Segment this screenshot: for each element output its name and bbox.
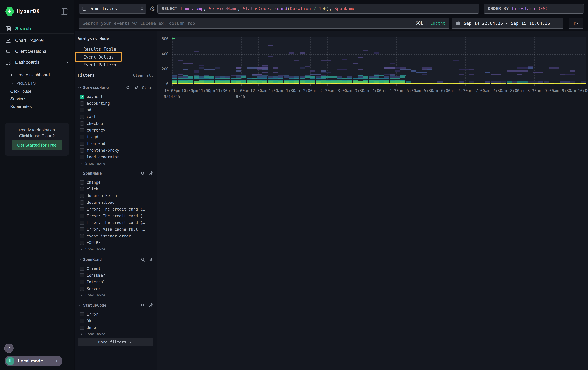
checkbox-unchecked[interactable]: [80, 141, 84, 146]
pin-icon[interactable]: [149, 303, 153, 308]
filter-show-more-link[interactable]: Show more: [80, 161, 105, 166]
user-mode-pill[interactable]: U Local mode: [4, 356, 63, 366]
filter-checkbox-item[interactable]: change: [80, 180, 101, 185]
checkbox-unchecked[interactable]: [80, 135, 84, 139]
sidebar-preset-services[interactable]: Services: [10, 96, 26, 102]
filter-checkbox-item[interactable]: accounting: [80, 101, 110, 106]
filter-group-header-spanname[interactable]: SpanName: [78, 171, 102, 176]
checkbox-unchecked[interactable]: [80, 187, 84, 191]
pin-icon[interactable]: [149, 257, 153, 262]
checkbox-unchecked[interactable]: [80, 214, 84, 218]
search-icon[interactable]: [141, 303, 145, 308]
run-query-button[interactable]: ▷: [569, 18, 584, 29]
checkbox-unchecked[interactable]: [80, 287, 84, 291]
filter-group-header-statuscode[interactable]: StatusCode: [78, 303, 106, 308]
filter-checkbox-item[interactable]: Client: [80, 266, 101, 271]
filter-checkbox-item[interactable]: ad: [80, 107, 91, 113]
checkbox-unchecked[interactable]: [80, 155, 84, 159]
time-range-picker[interactable]: Sep 14 22:04:35 - Sep 15 10:04:35: [452, 18, 563, 29]
sidebar-presets-toggle[interactable]: PRESETS: [11, 80, 36, 86]
checkbox-unchecked[interactable]: [80, 121, 84, 126]
pin-icon[interactable]: [134, 85, 138, 90]
search-icon[interactable]: [126, 85, 130, 90]
filter-group-header-servicename[interactable]: ServiceName: [78, 85, 109, 90]
filter-checkbox-item[interactable]: checkout: [80, 121, 105, 126]
filter-checkbox-item[interactable]: Error: [80, 312, 98, 317]
checkbox-unchecked[interactable]: [80, 148, 84, 152]
filter-checkbox-item[interactable]: Ok: [80, 318, 91, 324]
filter-load-more-link[interactable]: Load more: [80, 332, 105, 337]
mode-sql[interactable]: SQL: [416, 21, 423, 26]
sidebar-item-client-sessions[interactable]: Client Sessions: [0, 46, 74, 57]
query-language-toggle[interactable]: SQL | Lucene: [416, 21, 445, 26]
sql-select-editor[interactable]: SELECT Timestamp, ServiceName, StatusCod…: [158, 4, 479, 13]
clear-filter-link[interactable]: Clear: [142, 86, 153, 90]
filter-checkbox-item[interactable]: Error: The credit card (…: [80, 207, 145, 212]
sidebar-item-dashboards[interactable]: Dashboards: [0, 57, 74, 67]
get-started-button[interactable]: Get Started for Free: [11, 140, 62, 150]
filter-checkbox-item[interactable]: Server: [80, 286, 101, 291]
sidebar-preset-kubernetes[interactable]: Kubernetes: [10, 104, 32, 110]
analysis-option-event-deltas[interactable]: Event Deltas: [84, 55, 114, 60]
checkbox-unchecked[interactable]: [80, 267, 84, 271]
checkbox-unchecked[interactable]: [80, 273, 84, 278]
sidebar-preset-clickhouse[interactable]: ClickHouse: [10, 88, 32, 94]
checkbox-unchecked[interactable]: [80, 128, 84, 132]
checkbox-unchecked[interactable]: [80, 241, 84, 245]
checkbox-unchecked[interactable]: [80, 180, 84, 185]
events-heatmap-plot[interactable]: [172, 38, 586, 84]
search-input[interactable]: [83, 21, 416, 26]
checkbox-unchecked[interactable]: [80, 280, 84, 284]
sidebar-item-search[interactable]: Search: [0, 23, 74, 34]
filter-checkbox-item[interactable]: eventListener.error: [80, 233, 131, 239]
filter-checkbox-item[interactable]: load-generator: [80, 154, 119, 160]
filter-checkbox-item[interactable]: Error: The credit card (…: [80, 220, 145, 225]
search-icon[interactable]: [141, 171, 145, 176]
analysis-option-results-table[interactable]: Results Table: [84, 47, 116, 52]
checkbox-unchecked[interactable]: [80, 326, 84, 330]
checkbox-unchecked[interactable]: [80, 220, 84, 225]
filter-load-more-link[interactable]: Load more: [80, 293, 105, 298]
checkbox-unchecked[interactable]: [80, 194, 84, 198]
filter-checkbox-item[interactable]: documentFetch: [80, 193, 117, 199]
pin-icon[interactable]: [149, 171, 153, 176]
filter-checkbox-item[interactable]: frontend-proxy: [80, 148, 119, 153]
checkbox-unchecked[interactable]: [80, 227, 84, 231]
filter-checkbox-item[interactable]: Error: The credit card (…: [80, 213, 145, 219]
checkbox-unchecked[interactable]: [80, 108, 84, 112]
more-filters-button[interactable]: More filters: [78, 338, 153, 346]
filter-show-more-link[interactable]: Show more: [80, 247, 105, 252]
filter-checkbox-item[interactable]: cart: [80, 114, 96, 120]
source-select[interactable]: Demo Traces: [79, 4, 146, 13]
checkbox-unchecked[interactable]: [80, 234, 84, 238]
filter-checkbox-item[interactable]: documentLoad: [80, 200, 115, 205]
checkbox-unchecked[interactable]: [80, 312, 84, 316]
sidebar-collapse-button[interactable]: [61, 8, 68, 15]
analysis-option-event-patterns[interactable]: Event Patterns: [84, 62, 119, 67]
filter-checkbox-item[interactable]: payment: [80, 94, 103, 100]
filter-checkbox-item[interactable]: currency: [80, 128, 105, 133]
mode-lucene[interactable]: Lucene: [430, 21, 445, 26]
filter-checkbox-item[interactable]: EXPIRE: [80, 240, 101, 245]
sidebar-item-create-dashboard[interactable]: +Create Dashboard: [10, 72, 50, 78]
checkbox-checked[interactable]: [80, 95, 84, 99]
checkbox-unchecked[interactable]: [80, 207, 84, 211]
checkbox-unchecked[interactable]: [80, 319, 84, 323]
filter-checkbox-item[interactable]: frontend: [80, 141, 105, 146]
filter-checkbox-item[interactable]: Consumer: [80, 273, 105, 278]
checkbox-unchecked[interactable]: [80, 200, 84, 205]
gear-icon[interactable]: ⚙: [149, 4, 156, 13]
clear-all-filters-link[interactable]: Clear all: [133, 73, 153, 78]
filter-checkbox-item[interactable]: flagd: [80, 134, 98, 140]
filter-group-header-spankind[interactable]: SpanKind: [78, 257, 102, 262]
filter-checkbox-item[interactable]: Unset: [80, 325, 98, 330]
sidebar-item-chart-explorer[interactable]: Chart Explorer: [0, 35, 74, 46]
filter-checkbox-item[interactable]: Error: Visa cache full: …: [80, 227, 145, 232]
filter-checkbox-item[interactable]: click: [80, 186, 98, 192]
search-icon[interactable]: [141, 257, 145, 262]
checkbox-unchecked[interactable]: [80, 115, 84, 119]
help-button[interactable]: ?: [4, 344, 13, 353]
filter-checkbox-item[interactable]: Internal: [80, 279, 105, 285]
order-by-editor[interactable]: ORDER BY Timestamp DESC: [484, 4, 584, 13]
checkbox-unchecked[interactable]: [80, 101, 84, 106]
